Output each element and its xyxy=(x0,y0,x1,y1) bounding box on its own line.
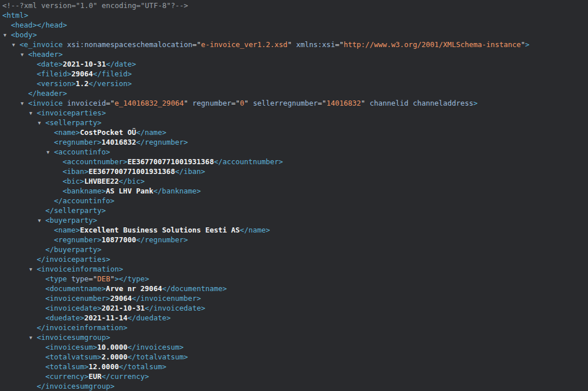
tag-token: </fileid> xyxy=(93,69,132,78)
tag-token: </regnumber> xyxy=(136,235,188,244)
tree-row[interactable]: <duedate>2021-11-14</duedate> xyxy=(0,313,588,323)
attr-value-token: e_14016832_29064 xyxy=(115,99,184,107)
tree-row[interactable]: <!--?xml version="1.0" encoding="UTF-8"?… xyxy=(0,1,588,10)
tree-row[interactable]: ▼<invoicesumgroup> xyxy=(0,332,588,342)
tree-row[interactable]: ▼<e_invoice xsi:nonamespaceschemalocatio… xyxy=(0,40,588,49)
attr-name-token: xmlns:xsi xyxy=(296,40,335,49)
expand-arrow-icon[interactable]: ▼ xyxy=(21,99,28,109)
tree-row[interactable]: <fileid>29064</fileid> xyxy=(0,69,588,79)
tree-row[interactable]: <invoicedate>2021-10-31</invoicedate> xyxy=(0,303,588,313)
tag-token: <head></head> xyxy=(11,21,67,29)
tag-token: </invoiceinformation> xyxy=(37,323,127,332)
tag-token: <totalsum> xyxy=(45,362,88,371)
tree-row[interactable]: ▼<invoiceparties> xyxy=(0,108,588,118)
punctuation-token: =" xyxy=(192,40,201,49)
tag-token: > xyxy=(525,40,530,49)
comment-token: <!--?xml version="1.0" encoding="UTF-8"?… xyxy=(2,1,188,10)
punctuation-token: =" xyxy=(231,99,240,107)
attr-value-token: e-invoice_ver1.2.xsd xyxy=(201,40,288,49)
tag-token: <sellerparty> xyxy=(45,118,102,127)
tag-token: </duedate> xyxy=(127,313,171,322)
tree-row[interactable]: <regnumber>14016832</regnumber> xyxy=(0,137,588,147)
expand-arrow-icon[interactable]: ▼ xyxy=(21,50,28,60)
tree-row[interactable]: <documentname>Arve nr 29064</documentnam… xyxy=(0,284,588,293)
tag-token: <invoicesum> xyxy=(45,343,97,351)
tag-token: <iban> xyxy=(63,167,88,176)
tree-row[interactable]: <accountnumber>EE367700771001931368</acc… xyxy=(0,157,588,167)
tree-row[interactable]: ▼<invoice invoiceid="e_14016832_29064" r… xyxy=(0,98,588,108)
expand-arrow-icon[interactable]: ▼ xyxy=(3,30,11,40)
expand-arrow-icon[interactable]: ▼ xyxy=(38,118,45,128)
tree-row[interactable]: <invoicenumber>29064</invoicenumber> xyxy=(0,293,588,303)
tree-row[interactable]: ▼<accountinfo> xyxy=(0,147,588,157)
tree-row[interactable]: <name>CostPocket OÜ</name> xyxy=(0,127,588,137)
text-content: 2021-10-31 xyxy=(63,60,106,68)
expand-arrow-icon[interactable]: ▼ xyxy=(47,148,54,157)
punctuation-token xyxy=(408,99,413,107)
tag-token: <type xyxy=(45,274,67,283)
tag-token: <bankname> xyxy=(63,187,106,195)
tag-token: </invoiceparties> xyxy=(37,255,110,264)
text-content: Arve nr 29064 xyxy=(106,284,162,293)
attr-name-token: invoiceid xyxy=(67,99,106,107)
tree-row[interactable]: </buyerparty> xyxy=(0,245,588,254)
text-content: 1.2 xyxy=(76,79,89,88)
attr-value-token: 14016832 xyxy=(326,99,361,107)
tree-row[interactable]: <bic>LHVBEE22</bic> xyxy=(0,176,588,186)
expand-arrow-icon[interactable]: ▼ xyxy=(12,40,20,50)
tag-token: <invoicesumgroup> xyxy=(37,333,110,342)
tree-row[interactable]: <iban>EE367700771001931368</iban> xyxy=(0,167,588,176)
tag-token: <currency> xyxy=(45,372,88,381)
text-content: EE367700771001931368 xyxy=(127,157,214,166)
tag-token: </totalsum> xyxy=(119,362,167,371)
attr-name-token: sellerregnumber xyxy=(253,99,318,107)
expand-arrow-icon[interactable]: ▼ xyxy=(29,109,37,118)
text-content: Excellent Business Solutions Eesti AS xyxy=(80,226,239,234)
tree-row[interactable]: ▼<header> xyxy=(0,49,588,59)
tree-row[interactable]: </invoiceinformation> xyxy=(0,323,588,332)
expand-arrow-icon[interactable]: ▼ xyxy=(38,216,45,226)
tree-row[interactable]: <version>1.2</version> xyxy=(0,79,588,88)
text-content: 14016832 xyxy=(102,138,136,146)
tree-row[interactable]: <head></head> xyxy=(0,20,588,30)
tree-row[interactable]: <date>2021-10-31</date> xyxy=(0,59,588,69)
tree-row[interactable]: <invoicesum>10.0000</invoicesum> xyxy=(0,342,588,352)
tree-row[interactable]: <html> xyxy=(0,10,588,20)
tag-token: <invoiceparties> xyxy=(37,109,106,117)
tree-row[interactable]: ▼<buyerparty> xyxy=(0,215,588,225)
tag-token: <duedate> xyxy=(45,313,84,322)
punctuation-token: =" xyxy=(88,274,97,283)
tree-row[interactable]: <totalvatsum>2.0000</totalvatsum> xyxy=(0,352,588,362)
text-content: AS LHV Pank xyxy=(106,187,153,195)
tree-row[interactable]: </header> xyxy=(0,88,588,98)
text-content: LHVBEE22 xyxy=(84,177,119,185)
text-content: 29064 xyxy=(71,69,93,78)
expand-arrow-icon[interactable]: ▼ xyxy=(29,333,37,343)
tree-row[interactable]: <name>Excellent Business Solutions Eesti… xyxy=(0,225,588,235)
tree-row[interactable]: <regnumber>10877000</regnumber> xyxy=(0,235,588,245)
tree-row[interactable]: ▼<invoiceinformation> xyxy=(0,264,588,274)
tag-token: ></type> xyxy=(114,274,149,283)
text-content: 10.0000 xyxy=(97,343,127,351)
tag-token: <bic> xyxy=(63,177,84,185)
tree-row[interactable]: </invoiceparties> xyxy=(0,254,588,264)
tag-token: <invoiceinformation> xyxy=(37,265,123,273)
tree-row[interactable]: <type type="DEB"></type> xyxy=(0,274,588,284)
tag-token: </name> xyxy=(240,226,270,234)
tree-row[interactable]: <currency>EUR</currency> xyxy=(0,371,588,381)
tag-token: <html> xyxy=(2,11,28,20)
attr-name-token: regnumber xyxy=(192,99,231,107)
attr-name-token: xsi:nonamespaceschemalocation xyxy=(67,40,192,49)
tag-token: </invoicedate> xyxy=(145,304,205,312)
tree-row[interactable]: <totalsum>12.0000</totalsum> xyxy=(0,362,588,371)
tag-token: </invoicesum> xyxy=(127,343,184,351)
attr-name-token: type xyxy=(71,274,88,283)
tree-row[interactable]: ▼<body> xyxy=(0,30,588,40)
tag-token: </date> xyxy=(106,60,136,68)
tree-row[interactable]: <bankname>AS LHV Pank</bankname> xyxy=(0,186,588,196)
tree-row[interactable]: </invoicesumgroup> xyxy=(0,381,588,391)
tree-row[interactable]: </accountinfo> xyxy=(0,196,588,206)
tree-row[interactable]: </sellerparty> xyxy=(0,206,588,215)
expand-arrow-icon[interactable]: ▼ xyxy=(29,265,37,274)
tree-row[interactable]: ▼<sellerparty> xyxy=(0,118,588,127)
